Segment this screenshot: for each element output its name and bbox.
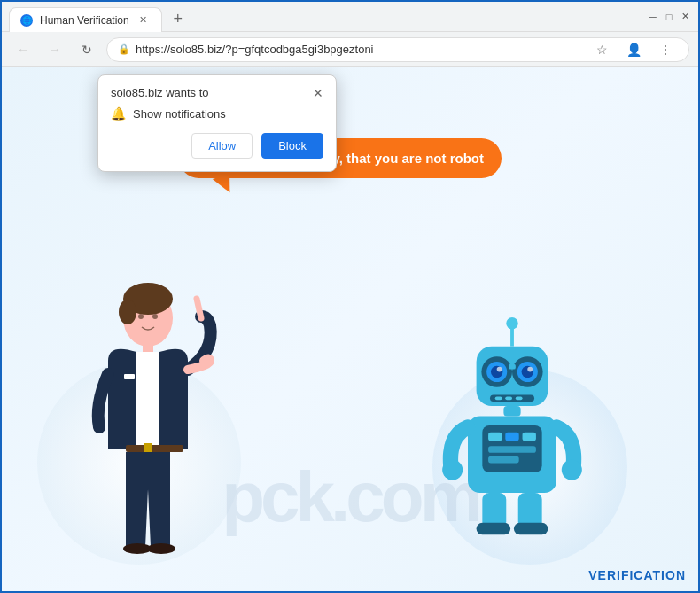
svg-rect-13 — [124, 374, 135, 379]
svg-point-2 — [119, 300, 136, 324]
notification-label: Show notifications — [133, 107, 226, 121]
svg-point-23 — [497, 367, 502, 372]
svg-rect-43 — [514, 523, 548, 534]
svg-line-12 — [197, 299, 201, 318]
profile-icon[interactable]: 👤 — [621, 37, 646, 62]
tab-title: Human Verification — [40, 14, 129, 27]
close-button[interactable]: ✕ — [679, 11, 691, 23]
popup-close-button[interactable]: ✕ — [313, 87, 323, 99]
active-tab[interactable]: 🌐 Human Verification ✕ — [9, 7, 162, 32]
svg-point-15 — [506, 317, 517, 329]
notification-row: 🔔 Show notifications — [111, 106, 323, 121]
window-controls: ─ □ ✕ — [647, 11, 691, 23]
new-tab-button[interactable]: + — [166, 6, 191, 31]
page-content: pck.com — [2, 67, 698, 591]
svg-rect-29 — [516, 396, 523, 400]
back-button[interactable]: ← — [11, 37, 35, 62]
verification-label: VERIFICATION — [588, 568, 686, 582]
bell-icon: 🔔 — [111, 106, 126, 121]
svg-point-38 — [442, 460, 463, 480]
svg-rect-30 — [503, 406, 520, 417]
url-right-icons: ☆ 👤 ⋮ — [589, 37, 678, 62]
svg-rect-33 — [488, 433, 502, 441]
svg-point-3 — [138, 314, 144, 319]
block-button[interactable]: Block — [261, 133, 323, 159]
browser-window: 🌐 Human Verification ✕ + ─ □ ✕ ← → ↻ 🔒 h… — [0, 0, 700, 593]
tab-area: 🌐 Human Verification ✕ + — [9, 2, 640, 31]
svg-point-39 — [562, 460, 582, 480]
lock-icon: 🔒 — [118, 43, 130, 55]
svg-rect-27 — [495, 396, 502, 400]
refresh-button[interactable]: ↻ — [74, 37, 99, 62]
tab-favicon: 🌐 — [20, 14, 33, 27]
url-text: https://solo85.biz/?p=gfqtcodbga5gi3bpge… — [136, 43, 374, 56]
bookmark-icon[interactable]: ☆ — [589, 37, 614, 62]
popup-buttons: Allow Block — [111, 133, 323, 159]
svg-rect-37 — [488, 456, 519, 464]
menu-icon[interactable]: ⋮ — [653, 37, 678, 62]
allow-button[interactable]: Allow — [191, 133, 253, 159]
svg-rect-35 — [523, 433, 536, 441]
watermark: pck.com — [222, 456, 478, 538]
url-bar[interactable]: 🔒 https://solo85.biz/?p=gfqtcodbga5gi3bp… — [106, 37, 689, 62]
maximize-button[interactable]: □ — [663, 11, 675, 23]
minimize-button[interactable]: ─ — [647, 11, 659, 23]
svg-rect-8 — [126, 445, 183, 452]
svg-rect-25 — [509, 364, 516, 370]
svg-rect-34 — [505, 433, 518, 441]
svg-rect-28 — [505, 396, 512, 400]
tab-close-button[interactable]: ✕ — [136, 13, 151, 27]
notification-popup: solo85.biz wants to ✕ 🔔 Show notificatio… — [97, 74, 337, 172]
svg-point-11 — [147, 543, 175, 554]
address-bar: ← → ↻ 🔒 https://solo85.biz/?p=gfqtcodbga… — [2, 32, 698, 67]
svg-point-4 — [152, 314, 158, 319]
popup-title: solo85.biz wants to — [111, 86, 209, 99]
svg-point-24 — [527, 367, 533, 372]
svg-rect-36 — [488, 446, 536, 453]
svg-rect-42 — [477, 523, 510, 534]
forward-button[interactable]: → — [43, 37, 67, 62]
robot-figure — [441, 316, 583, 538]
person-figure — [73, 272, 223, 556]
svg-rect-7 — [136, 352, 159, 449]
popup-header: solo85.biz wants to ✕ — [111, 86, 323, 99]
title-bar: 🌐 Human Verification ✕ + ─ □ ✕ — [2, 2, 698, 32]
